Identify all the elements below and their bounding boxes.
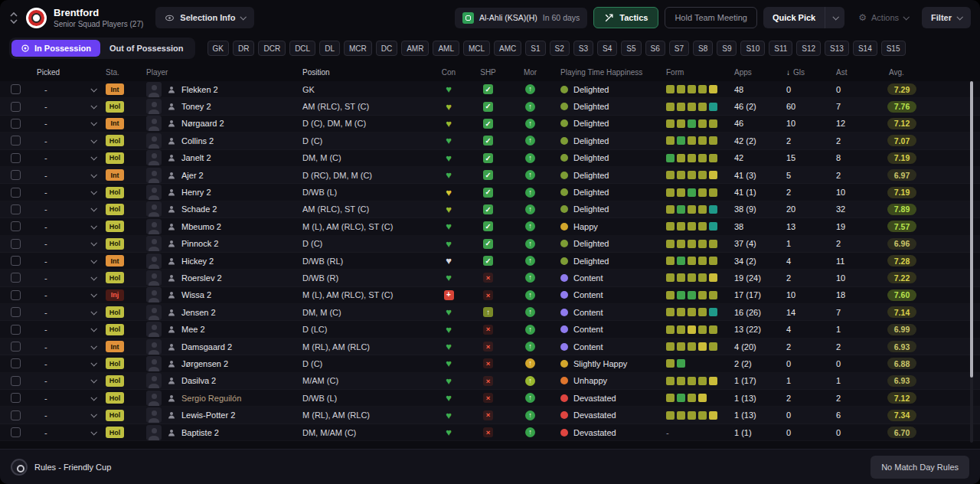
row-checkbox[interactable]: [11, 188, 21, 198]
tab-out-of-possession[interactable]: Out of Possession: [100, 40, 193, 57]
column-header-apps[interactable]: Apps: [731, 68, 783, 77]
table-row[interactable]: -HolMee 2D (LC)♥×↑Content13 (22)416.99: [0, 321, 980, 338]
picked-dropdown[interactable]: -: [31, 376, 103, 385]
column-header-gls[interactable]: ↓Gls: [783, 68, 833, 77]
column-header-mor[interactable]: Mor: [509, 68, 551, 77]
row-checkbox[interactable]: [11, 410, 21, 420]
position-box-dc[interactable]: DC: [376, 41, 397, 56]
position-box-mcl[interactable]: MCL: [463, 41, 490, 56]
picked-dropdown[interactable]: -: [31, 428, 103, 437]
position-box-s1[interactable]: S1: [525, 41, 545, 56]
club-crest[interactable]: [26, 8, 47, 28]
position-box-s15[interactable]: S15: [881, 41, 906, 56]
row-checkbox[interactable]: [11, 393, 21, 403]
position-box-dl[interactable]: DL: [319, 41, 340, 56]
position-box-aml[interactable]: AML: [433, 41, 459, 56]
picked-dropdown[interactable]: -: [31, 410, 103, 420]
position-box-s7[interactable]: S7: [669, 41, 689, 56]
position-box-amr[interactable]: AMR: [401, 41, 429, 56]
column-header-ast[interactable]: Ast: [833, 68, 883, 77]
row-checkbox[interactable]: [11, 307, 21, 317]
table-row[interactable]: -IntAjer 2D (RC), DM, M (C)♥✓↑Delighted4…: [0, 167, 980, 184]
player-name[interactable]: Pinnock 2: [181, 239, 218, 248]
table-row[interactable]: -HolJørgensen 2D (C)♥×↑Slightly Happy2 (…: [0, 355, 980, 372]
row-checkbox[interactable]: [11, 256, 21, 266]
scrollbar-thumb[interactable]: [970, 81, 973, 378]
player-name[interactable]: Sergio Reguilón: [181, 394, 241, 403]
position-box-s6[interactable]: S6: [645, 41, 665, 56]
table-row[interactable]: -HolBaptiste 2DM, M/AM (C)♥×↑Devastated-…: [0, 424, 980, 441]
position-box-amc[interactable]: AMC: [494, 41, 521, 56]
position-box-gk[interactable]: GK: [207, 41, 229, 56]
position-box-s11[interactable]: S11: [769, 41, 792, 56]
position-box-mcr[interactable]: MCR: [344, 41, 372, 56]
row-checkbox[interactable]: [11, 84, 21, 94]
position-box-s4[interactable]: S4: [597, 41, 617, 56]
picked-dropdown[interactable]: -: [31, 239, 103, 248]
column-header-pos[interactable]: Position: [296, 68, 430, 77]
player-name[interactable]: Henry 2: [181, 188, 211, 197]
table-row[interactable]: -HolMbeumo 2M (L), AM (RLC), ST (C)♥✓↑Ha…: [0, 218, 980, 235]
quick-pick-dropdown[interactable]: [825, 7, 844, 28]
player-name[interactable]: Jørgensen 2: [181, 359, 228, 368]
table-row[interactable]: -HolSergio ReguilónD/WB (L)♥×↑Devastated…: [0, 390, 980, 407]
picked-dropdown[interactable]: -: [31, 273, 103, 283]
column-header-avg[interactable]: Avg.: [883, 68, 980, 77]
position-box-s8[interactable]: S8: [693, 41, 713, 56]
column-header-hap[interactable]: Playing Time Happiness: [551, 68, 658, 77]
table-row[interactable]: -IntDamsgaard 2M (RL), AM (RLC)♥×↑Conten…: [0, 338, 980, 355]
collapse-chevrons[interactable]: [9, 11, 18, 25]
picked-dropdown[interactable]: -: [31, 85, 103, 94]
position-box-s10[interactable]: S10: [740, 41, 765, 56]
table-row[interactable]: -IntHickey 2D/WB (RL)♥✓↑Delighted34 (2)4…: [0, 253, 980, 270]
column-header-picked[interactable]: Picked: [31, 68, 103, 77]
next-fixture-chip[interactable]: Al-Ahli (KSA)(H) In 60 days: [455, 8, 587, 28]
table-row[interactable]: -HolRoerslev 2D/WB (R)♥×↑Content19 (24)2…: [0, 270, 980, 286]
hold-team-meeting-button[interactable]: Hold Team Meeting: [665, 7, 757, 28]
player-name[interactable]: Damsgaard 2: [181, 342, 232, 352]
position-box-dr[interactable]: DR: [233, 41, 254, 56]
player-name[interactable]: Hickey 2: [181, 257, 214, 266]
player-name[interactable]: Flekken 2: [181, 85, 218, 94]
table-row[interactable]: -HolJensen 2DM, M (C)♥↑↑Content16 (26)14…: [0, 304, 980, 321]
filter-button[interactable]: Filter: [922, 7, 971, 28]
position-box-s2[interactable]: S2: [550, 41, 570, 56]
player-name[interactable]: Lewis-Potter 2: [181, 410, 235, 420]
row-checkbox[interactable]: [11, 153, 21, 163]
selection-info-button[interactable]: Selection Info: [155, 7, 254, 28]
tab-in-possession[interactable]: In Possession: [11, 40, 100, 57]
position-box-dcr[interactable]: DCR: [258, 41, 286, 56]
picked-dropdown[interactable]: -: [31, 290, 103, 299]
picked-dropdown[interactable]: -: [31, 308, 103, 317]
row-checkbox[interactable]: [11, 358, 21, 368]
picked-dropdown[interactable]: -: [31, 188, 103, 197]
picked-dropdown[interactable]: -: [31, 153, 103, 162]
player-name[interactable]: Baptiste 2: [181, 428, 219, 437]
player-name[interactable]: Ajer 2: [181, 171, 204, 180]
position-box-s13[interactable]: S13: [825, 41, 849, 56]
player-name[interactable]: Janelt 2: [181, 153, 211, 162]
player-name[interactable]: Collins 2: [181, 136, 214, 146]
column-header-shp[interactable]: SHP: [467, 68, 509, 77]
picked-dropdown[interactable]: -: [31, 204, 103, 214]
position-box-s12[interactable]: S12: [796, 41, 821, 56]
player-name[interactable]: Roerslev 2: [181, 273, 222, 283]
column-header-player[interactable]: Player: [136, 68, 296, 77]
row-checkbox[interactable]: [11, 325, 21, 335]
player-name[interactable]: Mee 2: [181, 325, 205, 334]
table-row[interactable]: -HolSchade 2AM (RLC), ST (C)♥✓↑Delighted…: [0, 201, 980, 218]
row-checkbox[interactable]: [11, 221, 21, 231]
player-name[interactable]: Mbeumo 2: [181, 222, 221, 231]
column-header-con[interactable]: Con: [430, 68, 467, 77]
row-checkbox[interactable]: [11, 136, 21, 146]
position-box-dcl[interactable]: DCL: [289, 41, 315, 56]
table-row[interactable]: -InjWissa 2M (L), AM (RLC), ST (C)+×↑Con…: [0, 287, 980, 304]
row-checkbox[interactable]: [11, 239, 21, 249]
row-checkbox[interactable]: [11, 427, 21, 437]
actions-button[interactable]: ⚙ Actions: [851, 7, 916, 28]
picked-dropdown[interactable]: -: [31, 119, 103, 128]
picked-dropdown[interactable]: -: [31, 342, 103, 352]
table-row[interactable]: -HolCollins 2D (C)♥✓↑Delighted42 (2)227.…: [0, 132, 980, 149]
picked-dropdown[interactable]: -: [31, 394, 103, 403]
scrollbar[interactable]: [970, 81, 973, 443]
